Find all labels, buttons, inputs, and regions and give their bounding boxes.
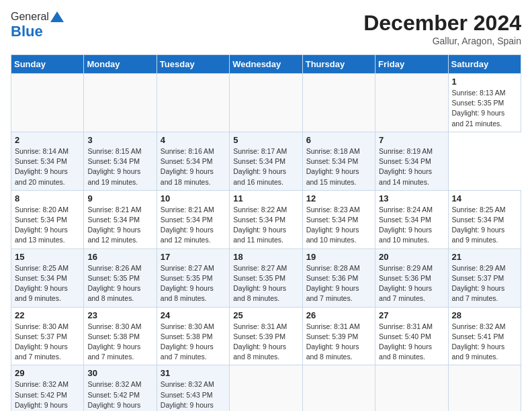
day-number: 28	[452, 310, 517, 320]
daylight-text: Daylight: 9 hours and 10 minutes.	[379, 226, 432, 244]
daylight-text: Daylight: 9 hours and 21 minutes.	[452, 109, 505, 127]
table-row	[157, 74, 229, 132]
day-number: 20	[379, 252, 444, 262]
col-thursday: Thursday	[302, 55, 375, 74]
day-info: Sunrise: 8:30 AM Sunset: 5:37 PM Dayligh…	[15, 322, 80, 363]
calendar-week-1: 1 Sunrise: 8:13 AM Sunset: 5:35 PM Dayli…	[11, 74, 521, 132]
table-row	[302, 365, 375, 411]
sunset-text: Sunset: 5:34 PM	[161, 216, 213, 224]
table-row: 17 Sunrise: 8:27 AM Sunset: 5:35 PM Dayl…	[157, 248, 229, 307]
day-info: Sunrise: 8:32 AM Sunset: 5:43 PM Dayligh…	[161, 379, 226, 411]
sunset-text: Sunset: 5:34 PM	[87, 157, 140, 165]
day-number: 5	[233, 135, 298, 145]
table-row: 30 Sunrise: 8:32 AM Sunset: 5:42 PM Dayl…	[84, 365, 157, 411]
sunset-text: Sunset: 5:39 PM	[306, 332, 359, 340]
sunrise-text: Sunrise: 8:29 AM	[379, 264, 433, 272]
day-number: 31	[161, 368, 226, 378]
day-info: Sunrise: 8:32 AM Sunset: 5:42 PM Dayligh…	[15, 379, 80, 411]
day-info: Sunrise: 8:23 AM Sunset: 5:34 PM Dayligh…	[306, 205, 371, 246]
daylight-text: Daylight: 9 hours and 8 minutes.	[161, 284, 214, 302]
table-row	[84, 74, 157, 132]
day-info: Sunrise: 8:25 AM Sunset: 5:34 PM Dayligh…	[452, 205, 517, 246]
day-info: Sunrise: 8:14 AM Sunset: 5:34 PM Dayligh…	[15, 146, 80, 187]
day-number: 17	[161, 252, 226, 262]
sunset-text: Sunset: 5:34 PM	[233, 216, 285, 224]
day-number: 7	[379, 135, 444, 145]
sunset-text: Sunset: 5:34 PM	[15, 216, 67, 224]
sunrise-text: Sunrise: 8:22 AM	[233, 205, 287, 214]
table-row	[11, 74, 84, 132]
sunset-text: Sunset: 5:35 PM	[452, 99, 504, 107]
table-row: 12 Sunrise: 8:23 AM Sunset: 5:34 PM Dayl…	[302, 190, 375, 248]
sunrise-text: Sunrise: 8:26 AM	[87, 264, 141, 272]
day-info: Sunrise: 8:31 AM Sunset: 5:39 PM Dayligh…	[306, 322, 371, 363]
col-wednesday: Wednesday	[230, 55, 302, 74]
sunset-text: Sunset: 5:34 PM	[233, 157, 285, 165]
day-number: 11	[233, 193, 298, 203]
table-row: 25 Sunrise: 8:31 AM Sunset: 5:39 PM Dayl…	[230, 307, 302, 365]
daylight-text: Daylight: 9 hours and 11 minutes.	[233, 226, 286, 244]
table-row: 18 Sunrise: 8:27 AM Sunset: 5:35 PM Dayl…	[230, 248, 302, 307]
table-row: 14 Sunrise: 8:25 AM Sunset: 5:34 PM Dayl…	[448, 190, 521, 248]
day-number: 22	[15, 310, 80, 320]
table-row: 13 Sunrise: 8:24 AM Sunset: 5:34 PM Dayl…	[375, 190, 448, 248]
sunset-text: Sunset: 5:34 PM	[306, 157, 359, 165]
daylight-text: Daylight: 9 hours and 15 minutes.	[306, 167, 359, 185]
table-row: 19 Sunrise: 8:28 AM Sunset: 5:36 PM Dayl…	[302, 248, 375, 307]
day-number: 29	[15, 368, 80, 378]
sunrise-text: Sunrise: 8:21 AM	[87, 205, 141, 214]
col-monday: Monday	[84, 55, 157, 74]
day-number: 8	[15, 193, 80, 203]
sunset-text: Sunset: 5:34 PM	[87, 216, 140, 224]
sunrise-text: Sunrise: 8:25 AM	[15, 264, 69, 272]
sunrise-text: Sunrise: 8:27 AM	[233, 264, 287, 272]
sunrise-text: Sunrise: 8:32 AM	[161, 380, 214, 388]
sunset-text: Sunset: 5:34 PM	[379, 216, 431, 224]
sunset-text: Sunset: 5:34 PM	[379, 157, 431, 165]
day-info: Sunrise: 8:15 AM Sunset: 5:34 PM Dayligh…	[87, 146, 152, 187]
sunrise-text: Sunrise: 8:31 AM	[233, 322, 287, 330]
table-row	[230, 74, 302, 132]
day-number: 24	[161, 310, 226, 320]
day-info: Sunrise: 8:21 AM Sunset: 5:34 PM Dayligh…	[87, 205, 152, 246]
sunset-text: Sunset: 5:34 PM	[452, 216, 504, 224]
day-info: Sunrise: 8:32 AM Sunset: 5:41 PM Dayligh…	[452, 322, 517, 363]
daylight-text: Daylight: 9 hours and 7 minutes.	[306, 284, 359, 302]
table-row: 15 Sunrise: 8:25 AM Sunset: 5:34 PM Dayl…	[11, 248, 84, 307]
calendar-week-4: 15 Sunrise: 8:25 AM Sunset: 5:34 PM Dayl…	[11, 248, 521, 307]
sunset-text: Sunset: 5:37 PM	[452, 274, 504, 282]
daylight-text: Daylight: 9 hours and 9 minutes.	[15, 401, 68, 411]
calendar-week-5: 22 Sunrise: 8:30 AM Sunset: 5:37 PM Dayl…	[11, 307, 521, 365]
table-row: 8 Sunrise: 8:20 AM Sunset: 5:34 PM Dayli…	[11, 190, 84, 248]
sunset-text: Sunset: 5:36 PM	[306, 274, 359, 282]
logo-blue-text: Blue	[11, 23, 43, 40]
table-row: 2 Sunrise: 8:14 AM Sunset: 5:34 PM Dayli…	[11, 132, 84, 190]
col-tuesday: Tuesday	[157, 55, 229, 74]
daylight-text: Daylight: 9 hours and 7 minutes.	[15, 342, 68, 361]
table-row: 5 Sunrise: 8:17 AM Sunset: 5:34 PM Dayli…	[230, 132, 302, 190]
day-info: Sunrise: 8:13 AM Sunset: 5:35 PM Dayligh…	[452, 88, 517, 129]
sunset-text: Sunset: 5:42 PM	[87, 391, 140, 399]
table-row: 1 Sunrise: 8:13 AM Sunset: 5:35 PM Dayli…	[448, 74, 521, 132]
day-number: 15	[15, 252, 80, 262]
sunset-text: Sunset: 5:35 PM	[87, 274, 140, 282]
daylight-text: Daylight: 9 hours and 13 minutes.	[15, 226, 68, 244]
day-info: Sunrise: 8:31 AM Sunset: 5:40 PM Dayligh…	[379, 322, 444, 363]
sunrise-text: Sunrise: 8:19 AM	[379, 147, 433, 155]
sunset-text: Sunset: 5:43 PM	[161, 391, 213, 399]
sunrise-text: Sunrise: 8:28 AM	[306, 264, 360, 272]
day-number: 3	[87, 135, 152, 145]
day-number: 27	[379, 310, 444, 320]
table-row: 6 Sunrise: 8:18 AM Sunset: 5:34 PM Dayli…	[302, 132, 375, 190]
table-row	[375, 74, 448, 132]
table-row: 28 Sunrise: 8:32 AM Sunset: 5:41 PM Dayl…	[448, 307, 521, 365]
sunrise-text: Sunrise: 8:32 AM	[452, 322, 506, 330]
sunset-text: Sunset: 5:37 PM	[15, 332, 67, 340]
page-title: December 2024	[363, 11, 521, 36]
sunrise-text: Sunrise: 8:13 AM	[452, 89, 506, 97]
table-row: 16 Sunrise: 8:26 AM Sunset: 5:35 PM Dayl…	[84, 248, 157, 307]
daylight-text: Daylight: 9 hours and 16 minutes.	[233, 167, 286, 185]
col-saturday: Saturday	[448, 55, 521, 74]
day-number: 26	[306, 310, 371, 320]
day-number: 25	[233, 310, 298, 320]
